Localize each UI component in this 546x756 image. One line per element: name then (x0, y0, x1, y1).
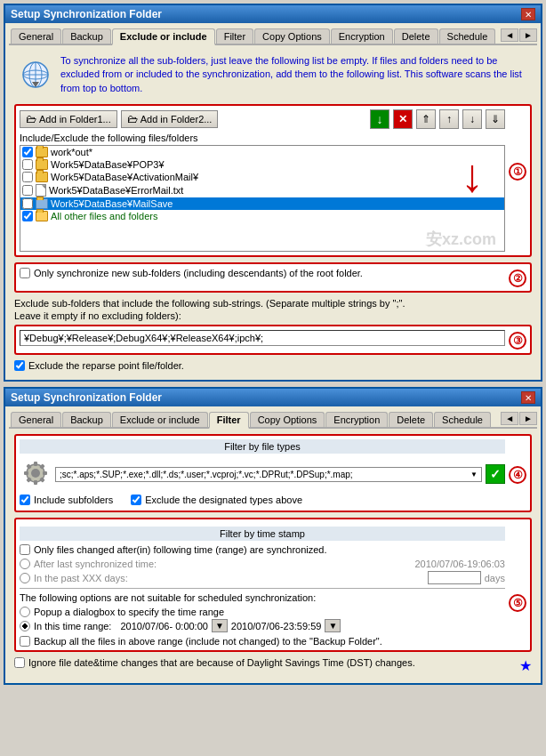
circle-num-2: ② (509, 269, 526, 287)
in-time-range-radio[interactable] (20, 621, 30, 631)
exclude-reparse-checkbox[interactable] (14, 360, 25, 371)
window2-close-button[interactable]: ✕ (521, 391, 535, 404)
tab2-copy-options[interactable]: Copy Options (250, 412, 325, 427)
window2-content: Filter by file types (9, 429, 537, 680)
list-item[interactable]: All other files and folders (20, 210, 504, 222)
move-bottom-button[interactable]: ⇓ (486, 109, 505, 129)
list-item[interactable]: Work5¥DataBase¥ErrorMail.txt (20, 183, 504, 197)
filter-by-timestamp-header: Filter by time stamp (20, 527, 505, 541)
svg-point-7 (31, 469, 40, 478)
circle-num-4: ④ (509, 466, 526, 484)
in-past-days-radio[interactable] (20, 573, 30, 583)
tab2-exclude-or-include[interactable]: Exclude or include (112, 412, 208, 427)
exclude-designated-checkbox[interactable] (131, 495, 141, 505)
ignore-dst-label: Ignore file date&time changes that are b… (28, 657, 516, 668)
tab-delete[interactable]: Delete (394, 28, 438, 44)
exclude-designated-row: Exclude the designated types above (131, 495, 302, 505)
confirm-filter-button[interactable]: ✓ (486, 464, 505, 484)
tab2-nav-right[interactable]: ► (519, 412, 537, 425)
add-folder2-icon: 🗁 (127, 113, 138, 125)
tab-exclude-or-include[interactable]: Exclude or include (112, 28, 215, 45)
not-suitable-text: The following options are not suitable f… (20, 592, 505, 603)
tab-nav-right[interactable]: ► (519, 28, 537, 42)
in-past-days-row: In the past XXX days: days (20, 571, 505, 584)
section-content-2: Only synchronize new sub-folders (includ… (20, 268, 505, 278)
tab-general[interactable]: General (11, 28, 61, 44)
tab-encryption[interactable]: Encryption (331, 28, 393, 44)
tab2-delete[interactable]: Delete (389, 412, 433, 427)
tab-schedule[interactable]: Schedule (439, 28, 496, 44)
list-item[interactable]: work*out* (20, 146, 504, 158)
section-content-4: Filter by file types (20, 439, 505, 507)
only-files-changed-checkbox[interactable] (20, 544, 30, 555)
ignore-dst-row: Ignore file date&time changes that are b… (14, 657, 532, 674)
section-content-5: Filter by time stamp Only files changed … (20, 523, 505, 647)
section-content-3 (20, 330, 505, 346)
tab2-encryption[interactable]: Encryption (325, 412, 388, 427)
item5-checkbox[interactable] (22, 198, 33, 209)
backup-all-files-checkbox[interactable] (20, 636, 30, 647)
folder-icon (36, 147, 48, 157)
item1-checkbox[interactable] (22, 147, 33, 157)
tab-backup[interactable]: Backup (62, 28, 111, 44)
item6-checkbox[interactable] (22, 211, 33, 221)
tab2-backup[interactable]: Backup (62, 412, 111, 427)
in-time-range-label: In this time range: (34, 621, 111, 631)
tab2-filter[interactable]: Filter (209, 412, 249, 429)
svg-rect-12 (34, 480, 37, 485)
file-list[interactable]: work*out* Work5¥DataBase¥POP3¥ (20, 145, 505, 252)
toolbar: 🗁 Add in Folder1... 🗁 Add in Folder2... … (20, 109, 505, 129)
window2-title: Setup Synchronization Folder (11, 391, 162, 404)
file-list-section: 🗁 Add in Folder1... 🗁 Add in Folder2... … (14, 104, 532, 257)
move-top-button[interactable]: ⇑ (416, 109, 436, 129)
after-last-sync-radio[interactable] (20, 559, 30, 569)
add-folder1-button[interactable]: 🗁 Add in Folder1... (20, 110, 117, 128)
after-last-sync-label: After last synchronized time: (34, 559, 157, 569)
tab2-nav-left[interactable]: ◄ (501, 412, 518, 425)
time-range-end: 2010/07/06-23:59:59 (231, 621, 322, 631)
window1-close-button[interactable]: ✕ (521, 8, 535, 20)
tab-copy-options[interactable]: Copy Options (254, 28, 330, 44)
include-subfolders-row: Include subfolders (20, 495, 113, 505)
tab-nav-area: ◄ ► (501, 28, 537, 44)
include-subfolders-checkbox[interactable] (20, 495, 30, 505)
section-with-num-2: Only synchronize new sub-folders (includ… (20, 268, 526, 287)
exclude-input[interactable] (20, 330, 505, 346)
tab2-schedule[interactable]: Schedule (434, 412, 491, 427)
window2: Setup Synchronization Folder ✕ General B… (4, 387, 542, 685)
filter-input-row: ;sc;*.aps;*.SUP;*.exe;*.dll;*.ds;*.user;… (20, 457, 505, 491)
item4-checkbox[interactable] (22, 185, 33, 196)
ignore-dst-checkbox[interactable] (14, 657, 25, 668)
star-icon: ★ (519, 657, 532, 674)
filter-type-dropdown[interactable]: ;sc;*.aps;*.SUP;*.exe;*.dll;*.ds;*.user;… (55, 467, 482, 482)
only-sync-checkbox[interactable] (20, 268, 30, 278)
move-up-button[interactable]: ↑ (439, 109, 459, 129)
gear-icon (20, 457, 52, 489)
item3-checkbox[interactable] (22, 172, 33, 182)
list-item[interactable]: Work5¥DataBase¥POP3¥ (20, 158, 504, 171)
popup-dialogbox-label: Popup a dialogbox to specify the time ra… (34, 607, 224, 617)
start-cal-button[interactable]: ▼ (212, 619, 228, 632)
import-green-button[interactable]: ↓ (370, 109, 389, 129)
end-cal-button[interactable]: ▼ (325, 619, 341, 632)
in-time-range-row: In this time range: 2010/07/06- 0:00:00 … (20, 619, 505, 632)
circle-num-5: ⑤ (509, 594, 526, 612)
past-days-input[interactable] (428, 571, 481, 584)
tab-nav-left[interactable]: ◄ (501, 28, 518, 42)
filter-file-types-section: Filter by file types (14, 434, 532, 512)
circle-num-1: ① (509, 163, 526, 181)
window2-titlebar: Setup Synchronization Folder ✕ (5, 389, 541, 406)
add-folder2-button[interactable]: 🗁 Add in Folder2... (121, 110, 219, 128)
tab2-general[interactable]: General (11, 412, 61, 427)
list-item[interactable]: Work5¥DataBase¥ActivationMail¥ (20, 171, 504, 183)
move-down-button[interactable]: ↓ (462, 109, 482, 129)
list-item-selected[interactable]: Work5¥DataBase¥MailSave (20, 197, 504, 210)
list-container: work*out* Work5¥DataBase¥POP3¥ (20, 145, 505, 252)
add-folder1-icon: 🗁 (26, 113, 36, 125)
only-files-changed-label: Only files changed after(in) following t… (34, 544, 327, 555)
tab-filter[interactable]: Filter (216, 28, 253, 44)
delete-red-button[interactable]: ✕ (393, 109, 413, 129)
popup-dialogbox-radio[interactable] (20, 607, 30, 617)
item2-checkbox[interactable] (22, 159, 33, 170)
filter-timestamp-section: Filter by time stamp Only files changed … (14, 518, 532, 652)
